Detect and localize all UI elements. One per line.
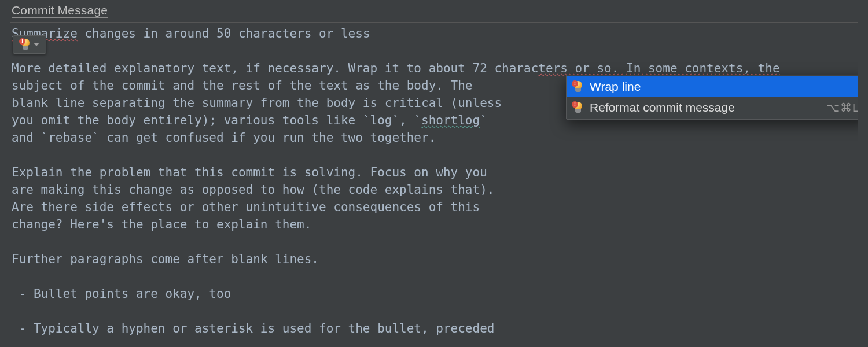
intention-popup: Wrap line Reformat commit message ⌥⌘L: [566, 75, 858, 120]
intention-item-wrap-line[interactable]: Wrap line: [567, 76, 858, 97]
chevron-down-icon: [34, 43, 39, 46]
line-11: Are there side effects or other unintuit…: [12, 200, 480, 214]
commit-message-panel: Commit Message Summarize changes in arou…: [0, 0, 868, 347]
warning-bulb-icon: [572, 102, 584, 113]
intention-bulb-button[interactable]: [13, 35, 46, 54]
intention-item-label: Reformat commit message: [590, 101, 821, 115]
line-10: are making this change as opposed to how…: [12, 183, 494, 197]
overflow-warning-span: ters or so. In some contexts, the: [538, 61, 779, 75]
line-18: - Typically a hyphen or asterisk is used…: [12, 322, 494, 335]
line-4: subject of the commit and the rest of th…: [12, 79, 473, 93]
line-14: Further paragraphs come after blank line…: [12, 252, 319, 266]
line-1-rest: changes in around 50 characters or less: [78, 27, 370, 40]
intention-item-reformat[interactable]: Reformat commit message ⌥⌘L: [567, 97, 858, 118]
commit-message-editor[interactable]: Summarize changes in around 50 character…: [10, 25, 858, 347]
line-5: blank line separating the summary from t…: [12, 96, 502, 110]
line-12: change? Here's the place to explain them…: [12, 217, 311, 231]
line-16: - Bullet points are okay, too: [12, 287, 231, 301]
section-title-text: Commit Message: [12, 3, 108, 17]
line-7: and `rebase` can get confused if you run…: [12, 131, 436, 145]
line-6-head: you omit the body entirely); various too…: [12, 113, 421, 127]
intention-item-label: Wrap line: [590, 80, 854, 94]
intention-item-shortcut: ⌥⌘L: [826, 101, 858, 115]
line-9: Explain the problem that this commit is …: [12, 165, 487, 179]
section-title: Commit Message: [0, 0, 868, 22]
warning-bulb-icon: [20, 39, 31, 50]
editor-viewport: Summarize changes in around 50 character…: [10, 22, 858, 347]
warning-bulb-icon: [572, 81, 584, 93]
line-3-head: More detailed explanatory text, if neces…: [12, 61, 538, 75]
typo-span: shortlog: [421, 113, 480, 127]
line-6-tail: `: [480, 113, 487, 127]
